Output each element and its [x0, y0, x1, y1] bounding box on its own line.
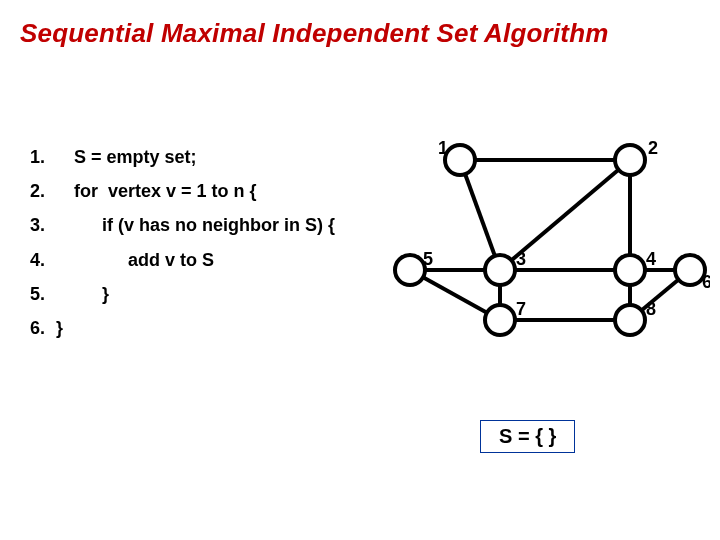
- node-label-4: 4: [646, 249, 656, 269]
- code-line-2: 2.for vertex v = 1 to n {: [30, 174, 335, 208]
- node-label-5: 5: [423, 249, 433, 269]
- node-label-8: 8: [646, 299, 656, 319]
- node-1: [445, 145, 475, 175]
- line-number: 4.: [30, 243, 56, 277]
- node-label-1: 1: [438, 138, 448, 158]
- code-line-1: 1.S = empty set;: [30, 140, 335, 174]
- line-number: 3.: [30, 208, 56, 242]
- graph-diagram: 1 2 5 3 4 6 7 8: [390, 130, 710, 390]
- node-6: [675, 255, 705, 285]
- node-label-3: 3: [516, 249, 526, 269]
- code-line-4: 4.add v to S: [30, 243, 335, 277]
- slide-title: Sequential Maximal Independent Set Algor…: [20, 18, 700, 49]
- code-text: for vertex v = 1 to n {: [56, 174, 257, 208]
- code-line-6: 6.}: [30, 311, 335, 345]
- code-text: S = empty set;: [56, 140, 197, 174]
- code-line-5: 5.}: [30, 277, 335, 311]
- pseudocode-block: 1.S = empty set; 2.for vertex v = 1 to n…: [30, 140, 335, 345]
- line-number: 6.: [30, 311, 56, 345]
- code-text: add v to S: [56, 243, 214, 277]
- node-label-2: 2: [648, 138, 658, 158]
- node-5: [395, 255, 425, 285]
- node-3: [485, 255, 515, 285]
- line-number: 1.: [30, 140, 56, 174]
- node-8: [615, 305, 645, 335]
- node-label-7: 7: [516, 299, 526, 319]
- node-label-6: 6: [702, 272, 710, 292]
- code-text: }: [56, 277, 109, 311]
- node-2: [615, 145, 645, 175]
- node-4: [615, 255, 645, 285]
- line-number: 2.: [30, 174, 56, 208]
- result-set-box: S = { }: [480, 420, 575, 453]
- code-text: }: [56, 318, 63, 338]
- code-line-3: 3.if (v has no neighbor in S) {: [30, 208, 335, 242]
- edge-1-3: [460, 160, 500, 270]
- line-number: 5.: [30, 277, 56, 311]
- code-text: if (v has no neighbor in S) {: [56, 208, 335, 242]
- node-7: [485, 305, 515, 335]
